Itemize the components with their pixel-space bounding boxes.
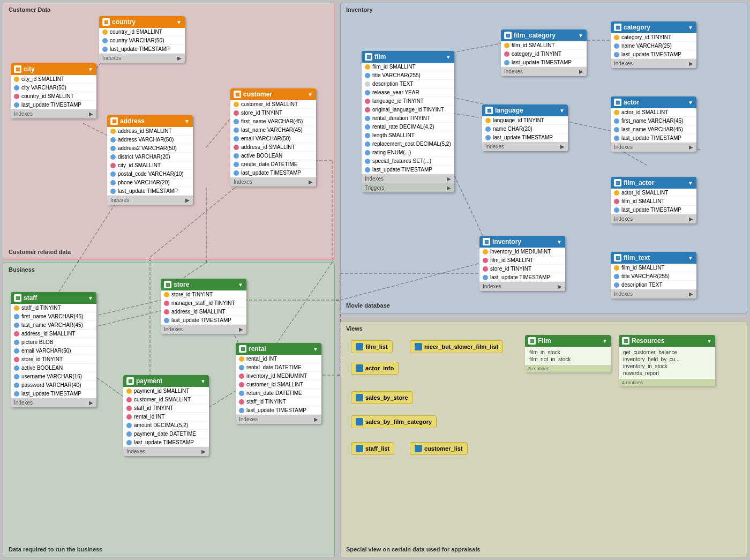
customer-table-arrow[interactable]: ▼ — [308, 92, 313, 98]
table-row: length SMALLINT — [362, 131, 454, 140]
film-category-table-indexes[interactable]: Indexes▶ — [501, 67, 587, 76]
film-table: ▦ film ▼ film_id SMALLINT title VARCHAR(… — [362, 51, 454, 192]
film-text-table-header[interactable]: ▦ film_text ▼ — [611, 252, 696, 264]
fk-icon — [234, 170, 239, 176]
film-view-table-header[interactable]: ▦ Film ▼ — [525, 335, 611, 347]
film-category-table-header[interactable]: ▦ film_category ▼ — [501, 29, 587, 41]
country-table-header[interactable]: ▦ country ▼ — [99, 16, 185, 28]
film-list-view[interactable]: film_list — [351, 340, 393, 353]
film-text-table: ▦ film_text ▼ film_id SMALLINT title VAR… — [611, 252, 696, 298]
payment-table-header[interactable]: ▦ payment ▼ — [123, 375, 209, 387]
table-icon-film-view: ▦ — [530, 338, 535, 344]
resources-view-table-body: get_customer_balance inventory_held_by_c… — [619, 347, 715, 379]
table-icon-film: ▦ — [366, 54, 371, 59]
film-category-table-arrow[interactable]: ▼ — [578, 33, 583, 39]
category-table-arrow[interactable]: ▼ — [688, 25, 693, 31]
address-table-arrow[interactable]: ▼ — [184, 118, 190, 124]
sales-by-store-view[interactable]: sales_by_store — [351, 391, 413, 404]
actor-table-arrow[interactable]: ▼ — [688, 100, 693, 106]
table-row: category_id TINYINT — [611, 33, 696, 42]
film-view-table-arrow[interactable]: ▼ — [602, 338, 608, 344]
resources-view-table-header[interactable]: ▦ Resources ▼ — [619, 335, 715, 347]
film-text-table-arrow[interactable]: ▼ — [688, 255, 693, 261]
inventory-db-table-indexes[interactable]: Indexes▶ — [479, 282, 565, 291]
staff-list-view[interactable]: staff_list — [351, 442, 394, 455]
fk-icon — [485, 135, 491, 140]
rewards-report-row: rewards_report — [623, 370, 711, 377]
fk-icon — [14, 323, 19, 328]
film-actor-table-arrow[interactable]: ▼ — [688, 180, 693, 186]
customer-table-indexes[interactable]: Indexes▶ — [230, 177, 316, 186]
table-row: actor_id SMALLINT — [611, 189, 696, 197]
payment-table: ▦ payment ▼ payment_id SMALLINT customer… — [123, 375, 209, 456]
fk-icon — [14, 314, 19, 319]
payment-table-arrow[interactable]: ▼ — [200, 378, 206, 384]
table-icon-store: ▦ — [166, 282, 170, 287]
language-table-arrow[interactable]: ▼ — [559, 108, 565, 114]
category-table-header[interactable]: ▦ category ▼ — [611, 21, 696, 33]
table-icon-address: ▦ — [112, 118, 117, 124]
resources-view-table-arrow[interactable]: ▼ — [707, 338, 712, 344]
film-table-indexes[interactable]: Indexes▶ — [362, 174, 454, 183]
customer-section-label: Customer Data — [9, 6, 50, 13]
film-table-triggers[interactable]: Triggers▶ — [362, 183, 454, 192]
language-table-indexes[interactable]: Indexes▶ — [482, 142, 568, 151]
film-category-table-body: film_id SMALLINT category_id TINYINT las… — [501, 41, 587, 67]
rental-table-arrow[interactable]: ▼ — [313, 346, 318, 352]
payment-table-name: payment — [136, 377, 162, 385]
table-row: customer_id SMALLINT — [123, 395, 209, 404]
table-row: last_update TIMESTAMP — [123, 438, 209, 447]
rental-table-header[interactable]: ▦ rental ▼ — [236, 343, 321, 355]
actor-info-view[interactable]: actor_info — [351, 362, 399, 375]
fk-icon — [126, 440, 132, 445]
sales-by-film-category-view[interactable]: sales_by_film_category — [351, 415, 437, 428]
fk-icon — [239, 365, 244, 370]
film-table-header[interactable]: ▦ film ▼ — [362, 51, 454, 63]
customer-table-header[interactable]: ▦ customer ▼ — [230, 88, 316, 100]
staff-table-arrow[interactable]: ▼ — [88, 295, 93, 301]
address-table-indexes[interactable]: Indexes▶ — [107, 196, 193, 205]
city-table-indexes[interactable]: Indexes▶ — [11, 109, 96, 118]
film-actor-table-header[interactable]: ▦ film_actor ▼ — [611, 177, 696, 189]
store-table-header[interactable]: ▦ store ▼ — [161, 279, 246, 290]
film-actor-table-indexes[interactable]: Indexes▶ — [611, 214, 696, 223]
country-table-indexes[interactable]: Indexes▶ — [99, 54, 185, 63]
store-table-indexes[interactable]: Indexes▶ — [161, 325, 246, 334]
view-icon-customer-list — [415, 445, 422, 452]
inventory-db-table-header[interactable]: ▦ inventory ▼ — [479, 236, 565, 248]
address-table-body: address_id SMALLINT address VARCHAR(50) … — [107, 127, 193, 196]
city-table-header[interactable]: ▦ city ▼ — [11, 63, 96, 75]
category-table: ▦ category ▼ category_id TINYINT name VA… — [611, 21, 696, 68]
views-sublabel: Special view on certain data used for ap… — [346, 546, 481, 552]
actor-table-indexes[interactable]: Indexes▶ — [611, 143, 696, 152]
table-row: last_update TIMESTAMP — [11, 390, 96, 398]
fk-icon — [614, 127, 619, 132]
country-table-arrow[interactable]: ▼ — [176, 19, 182, 25]
nicer-film-list-view[interactable]: nicer_but_slower_film_list — [410, 340, 503, 353]
address-table-header[interactable]: ▦ address ▼ — [107, 115, 193, 127]
staff-table-name: staff — [24, 294, 37, 302]
staff-table-indexes[interactable]: Indexes▶ — [11, 398, 96, 407]
table-row: last_update TIMESTAMP — [161, 316, 246, 325]
table-row: original_language_id TINYINT — [362, 106, 454, 114]
actor-table-header[interactable]: ▦ actor ▼ — [611, 96, 696, 108]
fk-icon — [126, 423, 132, 428]
film-table-arrow[interactable]: ▼ — [446, 54, 451, 60]
customer-list-view[interactable]: customer_list — [410, 442, 468, 455]
city-table-arrow[interactable]: ▼ — [88, 66, 93, 72]
view-icon-film-list — [356, 343, 363, 350]
key-icon — [234, 102, 239, 107]
inventory-db-table-arrow[interactable]: ▼ — [557, 239, 562, 245]
table-row: rental_date DATETIME — [236, 363, 321, 372]
store-table-arrow[interactable]: ▼ — [238, 282, 243, 288]
inventory-section-label: Inventory — [346, 6, 373, 13]
table-row: email VARCHAR(50) — [11, 347, 96, 355]
rental-table-indexes[interactable]: Indexes▶ — [236, 415, 321, 424]
actor-table-body: actor_id SMALLINT first_name VARCHAR(45)… — [611, 108, 696, 143]
language-table-name: language — [495, 107, 523, 114]
staff-table-header[interactable]: ▦ staff ▼ — [11, 292, 96, 304]
film-text-table-indexes[interactable]: Indexes▶ — [611, 289, 696, 298]
language-table-header[interactable]: ▦ language ▼ — [482, 104, 568, 116]
category-table-indexes[interactable]: Indexes▶ — [611, 59, 696, 68]
payment-table-indexes[interactable]: Indexes▶ — [123, 447, 209, 456]
